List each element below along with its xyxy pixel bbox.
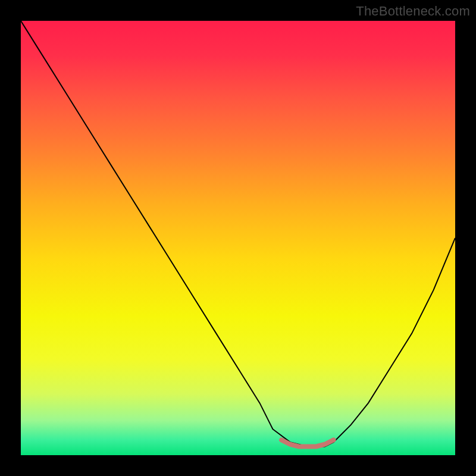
watermark-text: TheBottleneck.com	[356, 4, 470, 19]
chart-svg	[21, 21, 455, 455]
plot-area	[21, 21, 455, 455]
bottleneck-curve	[21, 21, 455, 446]
